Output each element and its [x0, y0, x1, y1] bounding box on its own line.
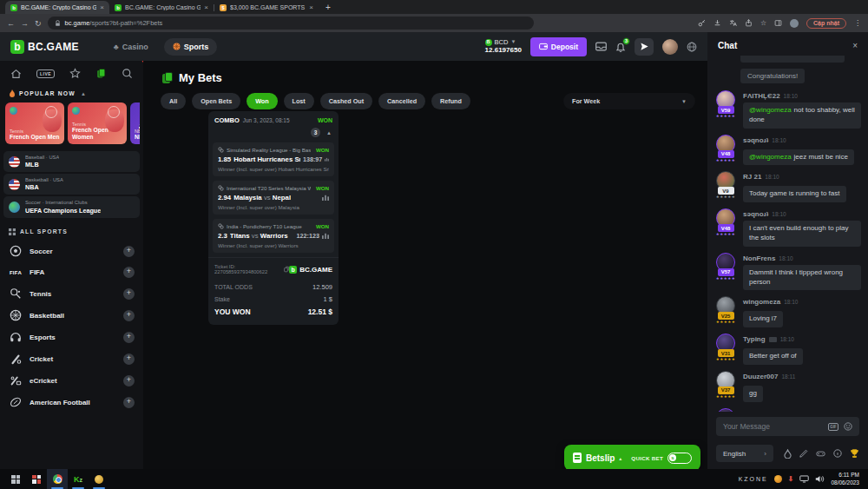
- rules-pencil-icon[interactable]: [799, 449, 808, 458]
- popular-card-french-open-men[interactable]: Tennis French Open Men: [5, 102, 64, 144]
- new-tab-button[interactable]: +: [326, 3, 331, 14]
- info-icon[interactable]: [833, 449, 842, 458]
- stats-bars-icon[interactable]: [325, 156, 329, 162]
- betslip-bar[interactable]: Betslip ▴ QUICK BET s: [564, 445, 700, 471]
- chat-username[interactable]: FΛITHĻЄ22: [743, 92, 780, 100]
- sidebar-item-ecricket[interactable]: eCricket +: [3, 370, 140, 392]
- chrome-update-button[interactable]: Cập nhật: [806, 18, 846, 29]
- bet-card[interactable]: COMBO Jun 3, 2023, 08:15 WON 3 ▲ Simulat…: [208, 111, 339, 325]
- filter-open-bets[interactable]: Open Bets: [192, 93, 240, 109]
- taskbar-coin-icon[interactable]: [89, 469, 109, 489]
- live-icon[interactable]: LIVE: [36, 69, 55, 78]
- my-bets-icon[interactable]: [95, 68, 107, 79]
- mention[interactable]: @wingomeza: [749, 153, 792, 161]
- widgets-icon[interactable]: [26, 469, 47, 489]
- sidebar-item-basketball[interactable]: Basketball +: [3, 305, 140, 327]
- bookmark-star-icon[interactable]: ☆: [760, 19, 766, 27]
- tab-close-icon[interactable]: ×: [309, 3, 313, 11]
- browser-tab-3[interactable]: $ $3,000 BC.GAME SPORTS PARLA ×: [214, 1, 319, 14]
- emoji-icon[interactable]: [844, 422, 852, 431]
- taskbar-clock[interactable]: 6:11 PM 08/06/2023: [831, 472, 863, 486]
- volume-icon[interactable]: [815, 475, 825, 483]
- popular-now-header[interactable]: POPULAR NOW ▲: [3, 86, 140, 101]
- stats-bars-icon[interactable]: [322, 195, 329, 201]
- expand-plus-icon[interactable]: +: [123, 354, 135, 365]
- home-icon[interactable]: [10, 69, 22, 79]
- expand-plus-icon[interactable]: +: [123, 288, 135, 300]
- filter-lost[interactable]: Lost: [284, 93, 314, 109]
- popular-card-french-open-women[interactable]: Tennis French Open Women: [68, 102, 127, 144]
- sidebar-item-american-football[interactable]: American Football +: [3, 392, 140, 413]
- league-item-nba[interactable]: Basketball · USA NBA: [3, 174, 140, 195]
- expand-plus-icon[interactable]: +: [123, 267, 135, 278]
- nav-sports[interactable]: Sports: [164, 38, 218, 56]
- expand-plus-icon[interactable]: +: [123, 332, 135, 343]
- globe-language-icon[interactable]: [687, 42, 697, 52]
- inbox-icon[interactable]: [595, 42, 607, 51]
- filter-refund[interactable]: Refund: [431, 93, 470, 109]
- share-icon[interactable]: [745, 19, 753, 27]
- bcgame-logo[interactable]: b BC.GAME: [10, 40, 79, 54]
- chat-username[interactable]: NonFrens: [743, 254, 775, 262]
- gif-icon[interactable]: GIF: [828, 423, 838, 431]
- period-dropdown[interactable]: For Week ▼: [563, 93, 695, 109]
- mention[interactable]: @wingomeza: [749, 106, 792, 114]
- chat-username[interactable]: wingomeza: [743, 298, 780, 306]
- language-selector[interactable]: English ›: [716, 445, 773, 462]
- expand-plus-icon[interactable]: +: [123, 310, 135, 321]
- expand-plus-icon[interactable]: +: [123, 397, 135, 408]
- user-avatar[interactable]: [662, 39, 678, 55]
- tray-download-icon[interactable]: ⬇: [788, 475, 794, 483]
- bet-leg-2[interactable]: International T20 Series Malaysia Women …: [213, 181, 334, 215]
- sidebar-item-cricket[interactable]: Cricket +: [3, 348, 140, 370]
- browser-tab-2[interactable]: b BC.GAME: Crypto Casino Games ×: [109, 1, 214, 14]
- chat-input[interactable]: GIF: [716, 417, 859, 436]
- side-panel-icon[interactable]: [774, 19, 782, 27]
- tray-emoji-icon[interactable]: [774, 475, 782, 483]
- translate-icon[interactable]: [729, 19, 737, 27]
- address-bar[interactable]: bc.game/sports?bt-path=%2Fbets: [48, 17, 534, 30]
- expand-plus-icon[interactable]: +: [123, 375, 135, 387]
- sidebar-item-esports[interactable]: Esports +: [3, 327, 140, 348]
- browser-tab-1[interactable]: b BC.GAME: Crypto Casino Games ×: [5, 1, 109, 14]
- controller-icon[interactable]: [816, 450, 825, 458]
- expand-plus-icon[interactable]: +: [123, 246, 135, 257]
- chat-username[interactable]: Duuzer007: [743, 373, 778, 380]
- balance-selector[interactable]: B BCD ▼ 12.6197650: [485, 38, 522, 55]
- filter-cashed-out[interactable]: Cashed Out: [320, 93, 372, 109]
- notifications-bell-icon[interactable]: 3: [615, 42, 626, 52]
- sidebar-item-fifa[interactable]: FIFA FIFA +: [3, 262, 140, 283]
- stats-bars-icon[interactable]: [322, 233, 329, 239]
- droplet-icon[interactable]: [784, 449, 792, 459]
- quick-bet-toggle[interactable]: s: [667, 453, 692, 464]
- league-item-mlb[interactable]: Baseball · USA MLB: [3, 151, 140, 172]
- browser-profile-avatar[interactable]: [790, 19, 799, 28]
- taskbar-kz-icon[interactable]: Kz: [68, 469, 89, 489]
- bet-leg-1[interactable]: Simulated Reality League - Big Bash Leag…: [213, 142, 334, 176]
- chat-username[interactable]: Typing: [743, 335, 766, 343]
- deposit-button[interactable]: Deposit: [530, 37, 587, 56]
- taskbar-chrome-icon[interactable]: [47, 469, 68, 489]
- sidebar-item-tennis[interactable]: Tennis +: [3, 283, 140, 305]
- key-icon[interactable]: [698, 19, 706, 27]
- chat-username[interactable]: RJ 21: [743, 173, 761, 181]
- sidebar-item-soccer[interactable]: Soccer +: [3, 241, 140, 262]
- chat-username[interactable]: sǝqnoɹʇ: [743, 136, 768, 144]
- chat-messages[interactable]: Congratulations! V59★★★★★ FΛITHĻЄ2218:10…: [707, 56, 868, 412]
- install-icon[interactable]: [713, 19, 721, 27]
- filter-all[interactable]: All: [161, 93, 186, 109]
- menu-kebab-icon[interactable]: ⋮: [854, 19, 861, 27]
- chat-toggle-button[interactable]: [635, 38, 654, 56]
- reload-icon[interactable]: ↻: [35, 19, 42, 28]
- forward-icon[interactable]: →: [21, 19, 29, 28]
- trophy-icon[interactable]: [850, 449, 859, 459]
- filter-won[interactable]: Won: [247, 93, 277, 109]
- tab-close-icon[interactable]: ×: [100, 3, 104, 11]
- chat-username[interactable]: sǝqnoɹʇ: [743, 210, 768, 218]
- bet-leg-3[interactable]: India - Pondicherry T10 League WON 2.3 T…: [213, 219, 334, 253]
- search-icon[interactable]: [122, 68, 133, 79]
- network-icon[interactable]: [799, 475, 809, 483]
- close-icon[interactable]: ×: [852, 41, 858, 50]
- league-item-uefa[interactable]: Soccer · International Clubs UEFA Champi…: [3, 196, 140, 217]
- favorites-star-icon[interactable]: [69, 68, 81, 79]
